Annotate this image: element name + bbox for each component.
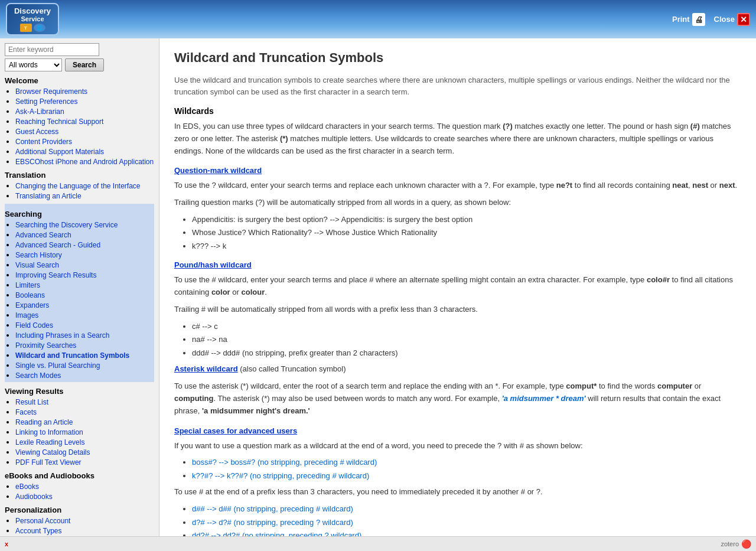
special-text: If you want to use a question mark as a …: [174, 440, 741, 452]
nav-personal-account[interactable]: Personal Account: [15, 517, 70, 525]
special-heading: Special cases for advanced users: [174, 426, 741, 435]
nav-search-modes[interactable]: Search Modes: [15, 371, 61, 380]
nav-visual-search[interactable]: Visual Search: [15, 261, 59, 269]
nav-section-viewing: Viewing Results Result List Facets Readi…: [5, 387, 154, 467]
nav-reaching-technical[interactable]: Reaching Technical Support: [15, 118, 103, 126]
ast-heading: Asterisk wildcard (also called Truncatio…: [174, 363, 741, 376]
qm-examples: Appendicitis: is surgery the best option…: [174, 214, 741, 252]
nav-section-translation: Translation Changing the Language of the…: [5, 171, 154, 200]
list-item: Changing the Language of the Interface: [15, 181, 154, 190]
nav-facets[interactable]: Facets: [15, 408, 37, 416]
search-dropdown[interactable]: All words Any words Exact phrase: [5, 58, 62, 71]
list-item: Search History: [15, 250, 154, 259]
list-item: na# --> na: [192, 334, 741, 345]
search-section: All words Any words Exact phrase Search: [5, 43, 154, 71]
nav-wildcard[interactable]: Wildcard and Truncation Symbols: [15, 351, 154, 360]
searching-list: Searching the Discovery Service Advanced…: [5, 220, 154, 380]
print-label: Print: [672, 15, 690, 24]
search-button[interactable]: Search: [65, 58, 104, 71]
logo-discovery: Discovery: [14, 6, 51, 15]
logo-area: Discovery Service T 🌐: [6, 3, 59, 35]
nav-title-welcome: Welcome: [5, 76, 154, 85]
list-item: c# --> c: [192, 321, 741, 332]
wildcards-heading: Wildcards: [174, 106, 741, 116]
nav-advanced-guided[interactable]: Advanced Search - Guided: [15, 241, 100, 249]
list-item: Browser Requirements: [15, 87, 154, 96]
list-item: Searching the Discovery Service: [15, 220, 154, 229]
list-item: Result List: [15, 397, 154, 406]
nav-section-searching: Searching Searching the Discovery Servic…: [5, 204, 154, 382]
close-button[interactable]: Close ✕: [714, 13, 750, 26]
print-button[interactable]: Print 🖨: [672, 13, 705, 26]
welcome-list: Browser Requirements Setting Preferences…: [5, 87, 154, 166]
nav-searching-discovery[interactable]: Searching the Discovery Service: [15, 221, 118, 229]
nav-ebscohost[interactable]: EBSCOhost iPhone and Android Application: [15, 158, 154, 166]
list-item: Account Types: [15, 526, 154, 535]
list-item: Wildcard and Truncation Symbols: [15, 351, 154, 360]
nav-account-types[interactable]: Account Types: [15, 527, 62, 535]
nav-lexile[interactable]: Lexile Reading Levels: [15, 438, 84, 446]
list-item: Translating an Article: [15, 191, 154, 200]
ph-heading: Pound/hash wildcard: [174, 260, 741, 269]
logo: Discovery Service T 🌐: [6, 3, 59, 35]
print-icon: 🖨: [692, 13, 705, 26]
list-item: Reading an Article: [15, 418, 154, 426]
nav-title-viewing: Viewing Results: [5, 387, 154, 396]
list-item: Booleans: [15, 291, 154, 299]
list-item: Single vs. Plural Searching: [15, 361, 154, 370]
special-examples: boss#? --> boss#? (no stripping, precedi…: [174, 457, 741, 481]
special-examples2: d## --> d## (no stripping, preceding # w…: [174, 503, 741, 536]
nav-improving-search[interactable]: Improving Search Results: [15, 271, 96, 279]
ph-text: To use the # wildcard, enter your search…: [174, 274, 741, 299]
list-item: Setting Preferences: [15, 97, 154, 106]
nav-guest-access[interactable]: Guest Access: [15, 128, 58, 136]
nav-audiobooks[interactable]: Audiobooks: [15, 493, 53, 501]
nav-catalog-details[interactable]: Viewing Catalog Details: [15, 448, 90, 457]
close-x-icon: ✕: [737, 13, 750, 26]
nav-images[interactable]: Images: [15, 311, 38, 319]
nav-pdf-viewer[interactable]: PDF Full Text Viewer: [15, 458, 82, 467]
list-item: Proximity Searches: [15, 341, 154, 350]
nav-reading-article[interactable]: Reading an Article: [15, 418, 73, 426]
footer-close[interactable]: x: [5, 540, 8, 547]
special-text2: To use # at the end of a prefix less tha…: [174, 486, 741, 498]
nav-booleans[interactable]: Booleans: [15, 291, 45, 299]
nav-linking-info[interactable]: Linking to Information: [15, 428, 83, 436]
nav-advanced-search[interactable]: Advanced Search: [15, 231, 71, 239]
nav-search-history[interactable]: Search History: [15, 251, 62, 259]
zotero-label: zotero: [721, 540, 739, 547]
nav-setting-preferences[interactable]: Setting Preferences: [15, 97, 77, 106]
close-label: Close: [714, 15, 735, 24]
nav-singular-plural[interactable]: Single vs. Plural Searching: [15, 361, 100, 370]
nav-ask-librarian[interactable]: Ask-A-Librarian: [15, 107, 64, 116]
content-area: Wildcard and Truncation Symbols Use the …: [159, 38, 756, 536]
nav-phrases[interactable]: Including Phrases in a Search: [15, 331, 109, 340]
nav-field-codes[interactable]: Field Codes: [15, 321, 53, 330]
nav-content-providers[interactable]: Content Providers: [15, 138, 72, 146]
wildcards-intro: In EDS, you can use three types of wildc…: [174, 120, 741, 157]
intro-text: Use the wildcard and truncation symbols …: [174, 74, 741, 97]
list-item: ddd# --> ddd# (no stripping, prefix grea…: [192, 347, 741, 359]
list-item: Additional Support Materials: [15, 147, 154, 156]
nav-limiters[interactable]: Limiters: [15, 281, 40, 289]
nav-translating-article[interactable]: Translating an Article: [15, 192, 82, 200]
nav-proximity[interactable]: Proximity Searches: [15, 341, 76, 350]
list-item: Personal Account: [15, 516, 154, 525]
list-item: Search Modes: [15, 371, 154, 380]
nav-changing-language[interactable]: Changing the Language of the Interface: [15, 182, 141, 190]
nav-result-list[interactable]: Result List: [15, 398, 48, 406]
nav-ebooks[interactable]: eBooks: [15, 482, 39, 491]
search-input[interactable]: [5, 43, 99, 56]
sidebar: All words Any words Exact phrase Search …: [0, 38, 159, 536]
list-item: Content Providers: [15, 137, 154, 146]
nav-browser-requirements[interactable]: Browser Requirements: [15, 87, 87, 96]
list-item: boss#? --> boss#? (no stripping, precedi…: [192, 457, 741, 468]
nav-expanders[interactable]: Expanders: [15, 301, 49, 309]
search-controls: All words Any words Exact phrase Search: [5, 58, 154, 71]
nav-additional-support[interactable]: Additional Support Materials: [15, 148, 104, 156]
header: Discovery Service T 🌐 Print 🖨 Close ✕: [0, 0, 756, 38]
page-title: Wildcard and Truncation Symbols: [174, 50, 741, 66]
ebooks-list: eBooks Audiobooks: [5, 482, 154, 501]
list-item: Field Codes: [15, 321, 154, 330]
translation-list: Changing the Language of the Interface T…: [5, 181, 154, 200]
